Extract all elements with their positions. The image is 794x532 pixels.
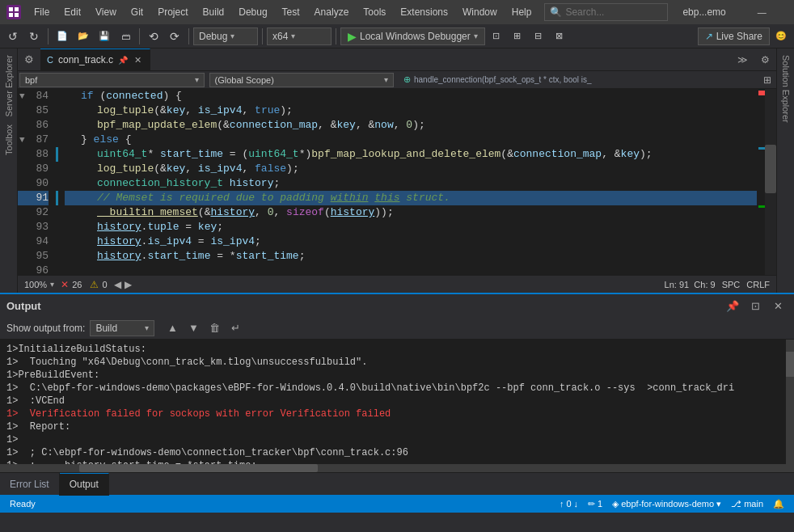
minimize-button[interactable]: —	[744, 0, 780, 24]
scope-expand-btn[interactable]: ⊞	[758, 71, 776, 89]
status-bell[interactable]: 🔔	[770, 499, 788, 509]
solution-explorer-label[interactable]: Solution Explorer	[781, 52, 791, 126]
menu-debug[interactable]: Debug	[232, 5, 273, 19]
status-project[interactable]: ◈ ebpf-for-windows-demo ▾	[609, 499, 724, 509]
tab-error-list[interactable]: Error List	[0, 473, 60, 496]
platform-config-dropdown[interactable]: x64 ▾	[267, 27, 332, 45]
tab-settings-btn[interactable]: ⚙	[18, 49, 40, 71]
output-clear-btn[interactable]: 🗑	[205, 319, 224, 338]
output-source-dropdown[interactable]: Build ▾	[90, 320, 154, 336]
line-num-89: 89	[18, 162, 49, 176]
scope-name: bpf	[25, 75, 37, 85]
output-action-btns: ▲ ▼ 🗑 ↵	[163, 319, 245, 338]
toolbar-forward-btn[interactable]: ↻	[24, 27, 44, 46]
server-explorer-label[interactable]: Server Explorer	[4, 52, 14, 120]
menu-window[interactable]: Window	[456, 5, 504, 19]
menu-git[interactable]: Git	[125, 5, 150, 19]
menu-project[interactable]: Project	[151, 5, 194, 19]
down-arrow-icon: ↓	[574, 499, 579, 509]
scrollbar-thumb[interactable]	[765, 145, 776, 193]
panel-close-btn[interactable]: ✕	[768, 296, 788, 315]
toolbar-sep-2	[139, 28, 140, 44]
function-icon: ⊕	[403, 74, 411, 85]
title-bar: File Edit View Git Project Build Debug T…	[0, 0, 794, 24]
tab-close-btn[interactable]: ✕	[133, 54, 143, 66]
menu-analyze[interactable]: Analyze	[308, 5, 356, 19]
line-num-95: 95	[18, 249, 49, 264]
toolbar-new-btn[interactable]: 📄	[53, 27, 72, 46]
menu-test[interactable]: Test	[276, 5, 306, 19]
status-branch[interactable]: ⎇ main	[728, 499, 767, 509]
output-word-wrap-btn[interactable]: ↵	[226, 319, 245, 338]
tab-output[interactable]: Output	[60, 473, 109, 496]
menu-view[interactable]: View	[89, 5, 123, 19]
output-vertical-scrollbar[interactable]	[786, 340, 794, 464]
status-sync[interactable]: ↑ 0 ↓	[556, 499, 581, 509]
live-share-button[interactable]: ↗ Live Share	[698, 27, 770, 45]
output-text[interactable]: 1>InitializeBuildStatus: 1> Touching "x6…	[0, 340, 786, 464]
menu-edit[interactable]: Edit	[57, 5, 87, 19]
zoom-control[interactable]: 100% ▾	[24, 280, 54, 289]
editor-container: ⚙ C conn_track.c 📌 ✕ ≫ ⚙ bpf ▾ (Global S…	[18, 49, 776, 293]
line-num-92: 92	[18, 205, 49, 220]
output-source-label: Build	[95, 323, 117, 334]
output-scroll-up-btn[interactable]: ▲	[163, 319, 182, 338]
tab-pane-settings-btn[interactable]: ⚙	[754, 49, 776, 71]
toolbar-misc-btn2[interactable]: ⊞	[508, 27, 527, 46]
prev-arrow[interactable]: ◀	[114, 279, 121, 290]
menu-help[interactable]: Help	[505, 5, 538, 19]
title-search-box[interactable]: 🔍	[544, 3, 668, 21]
panel-float-btn[interactable]: ⊡	[745, 296, 765, 315]
code-editor[interactable]: ▼ 84 85 86 ▼ 87 88 89 90 91 92 93 94	[18, 89, 765, 275]
project-name: ebpf-for-windows-demo	[621, 499, 714, 509]
toolbar-sep-3	[188, 28, 189, 44]
line-num-85: 85	[18, 103, 49, 118]
chevron-down-icon: ▾	[230, 32, 234, 40]
menu-bar: File Edit View Git Project Build Debug T…	[27, 5, 538, 19]
output-horizontal-scrollbar[interactable]	[0, 464, 794, 472]
toolbox-label[interactable]: Toolbox	[4, 121, 14, 158]
editor-vertical-scrollbar[interactable]	[765, 89, 776, 275]
toolbar-misc-btn3[interactable]: ⊟	[529, 27, 548, 46]
output-scroll-down-btn[interactable]: ▼	[184, 319, 203, 338]
line-num-91: 91	[18, 191, 49, 205]
toolbar-open-btn[interactable]: 📂	[74, 27, 93, 46]
line-numbers: ▼ 84 85 86 ▼ 87 88 89 90 91 92 93 94	[18, 89, 55, 275]
toolbar-feedback-btn[interactable]: 😊	[771, 27, 791, 46]
toolbar-save-btn[interactable]: 💾	[95, 27, 114, 46]
scope-select-right[interactable]: ⊕ handle_connection(bpf_sock_ops_t * ctx…	[399, 73, 755, 87]
search-input[interactable]	[565, 6, 662, 18]
toolbar-misc-btn4[interactable]: ⊠	[550, 27, 569, 46]
maximize-button[interactable]: ▭	[782, 0, 794, 24]
toolbar-misc-btn1[interactable]: ⊡	[487, 27, 506, 46]
nav-arrows[interactable]: ◀ ▶	[114, 279, 132, 290]
run-button[interactable]: ▶ Local Windows Debugger ▾	[340, 27, 485, 45]
panel-pin-btn[interactable]: 📌	[723, 296, 742, 315]
error-status[interactable]: ✕ 26 ⚠ 0	[61, 279, 107, 290]
toolbar-undo-btn[interactable]: ⟲	[144, 27, 163, 46]
pencil-icon: ✏	[588, 499, 595, 509]
toolbar-redo-btn[interactable]: ⟳	[165, 27, 184, 46]
menu-build[interactable]: Build	[196, 5, 231, 19]
tab-overflow-btn[interactable]: ≫	[731, 49, 754, 71]
output-line-3: 1>PreBuildEvent:	[6, 369, 779, 382]
error-indicator-top	[758, 91, 765, 95]
output-h-scroll-thumb[interactable]	[79, 464, 318, 472]
scope-select-middle[interactable]: (Global Scope) ▾	[209, 73, 395, 87]
scope-select-left[interactable]: bpf ▾	[19, 73, 205, 87]
menu-file[interactable]: File	[27, 5, 56, 19]
toolbar-back-btn[interactable]: ↺	[3, 27, 23, 46]
next-arrow[interactable]: ▶	[125, 279, 132, 290]
toolbar-sep-4	[262, 28, 263, 44]
global-scope-label: (Global Scope)	[215, 75, 274, 85]
pencil-count: 1	[598, 499, 602, 509]
code-content[interactable]: if ( connected ) { log_tuple ( & key , i…	[58, 89, 757, 275]
toolbar-save-all-btn[interactable]: 🗃	[116, 27, 135, 46]
menu-extensions[interactable]: Extensions	[394, 5, 454, 19]
code-line-95: history . start_time = * start_time ;	[65, 249, 757, 264]
output-scroll-thumb[interactable]	[786, 352, 794, 377]
debug-config-dropdown[interactable]: Debug ▾	[193, 27, 258, 45]
tab-conn-track[interactable]: C conn_track.c 📌 ✕	[40, 49, 150, 71]
status-pencil[interactable]: ✏ 1	[585, 499, 606, 509]
menu-tools[interactable]: Tools	[357, 5, 392, 19]
